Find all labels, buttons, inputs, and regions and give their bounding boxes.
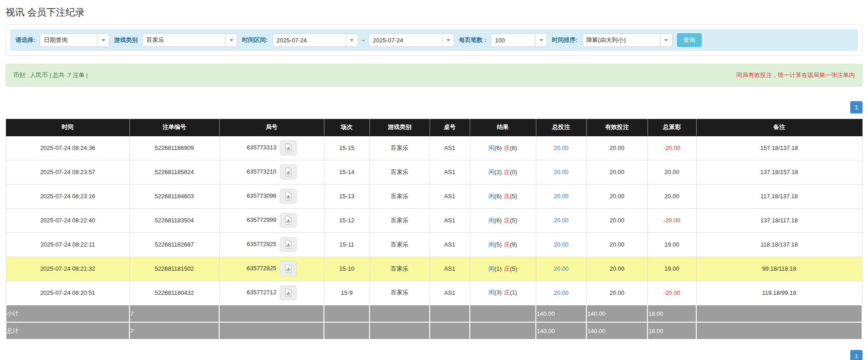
time-sort-value[interactable] [583, 34, 660, 46]
col-header-round-id: 局号 [219, 119, 324, 136]
cell-time: 2025-07-24 08:23:57 [6, 160, 129, 184]
cell-remark: 157.18/137.18 [696, 136, 862, 160]
grand-total-count: 7 [129, 322, 219, 339]
video-replay-button[interactable] [280, 237, 297, 252]
subtotal-payout: 18.00 [647, 305, 696, 322]
cell-session: 15-11 [324, 232, 370, 257]
cell-round-id: 635772712 [219, 281, 324, 305]
pagination-page-button[interactable]: 1 [850, 350, 863, 360]
date-from-value[interactable] [273, 34, 346, 46]
round-id-value: 635772925 [247, 241, 276, 247]
round-id-value: 635773096 [247, 192, 276, 199]
table-row[interactable]: 2025-07-24 08:22:40 522681183504 6357729… [6, 208, 862, 232]
table-row[interactable]: 2025-07-24 08:24:36 522681186909 6357733… [6, 136, 862, 160]
table-row[interactable]: 2025-07-24 08:20:51 522681180432 6357727… [6, 281, 862, 305]
cell-total-bet[interactable]: 20.00 [536, 257, 586, 281]
cell-game-type: 百家乐 [370, 281, 430, 305]
round-id-value: 635772712 [247, 289, 276, 296]
player-score: (2) [494, 169, 502, 175]
cell-result: 闲(2)庄(0) [470, 160, 536, 184]
bet-records-table: 时间 注单编号 局号 场次 游戏类别 桌号 结果 总投注 有效投注 总派彩 备注… [5, 119, 863, 340]
video-replay-button[interactable] [280, 140, 297, 155]
player-result-label: 闲 [488, 169, 494, 175]
date-to-picker[interactable] [369, 33, 454, 47]
chevron-down-icon[interactable] [660, 34, 672, 46]
player-result-label: 闲 [488, 144, 494, 151]
cell-total-bet[interactable]: 20.00 [536, 281, 586, 305]
cell-valid-bet: 20.00 [586, 232, 647, 257]
banker-score: (5) [510, 265, 517, 272]
chevron-down-icon[interactable] [225, 34, 237, 46]
game-type-label: 游戏类别 [114, 36, 138, 44]
cell-valid-bet: 20.00 [586, 184, 647, 208]
chevron-down-icon[interactable] [442, 34, 454, 46]
cell-result: 闲(6)庄(5) [470, 208, 536, 232]
filter-panel: 请选择: 游戏类别 时间区间: ~ 每页笔数 : [5, 25, 863, 56]
video-file-icon [283, 216, 293, 225]
select-type-label: 请选择: [15, 36, 35, 44]
grand-total-valid-bet: 140.00 [586, 322, 647, 339]
video-file-icon [283, 240, 293, 249]
video-replay-button[interactable] [280, 285, 297, 300]
player-result-label: 闲 [488, 193, 494, 200]
table-row[interactable]: 2025-07-24 08:23:16 522681184603 6357730… [6, 184, 862, 208]
player-result-label: 闲 [488, 265, 494, 272]
table-row[interactable]: 2025-07-24 08:22:11 522681182687 6357729… [6, 232, 862, 257]
cell-game-type: 百家乐 [370, 257, 430, 281]
col-header-total-bet: 总投注 [536, 119, 586, 136]
page-size-combobox[interactable] [491, 33, 547, 47]
round-id-value: 635772825 [247, 265, 276, 272]
cell-total-bet[interactable]: 20.00 [536, 136, 586, 160]
cell-total-payout: 20.00 [647, 160, 696, 184]
game-type-combobox[interactable] [142, 33, 237, 47]
select-type-combobox[interactable] [40, 33, 109, 47]
chevron-down-icon[interactable] [346, 34, 358, 46]
chevron-down-icon[interactable] [97, 34, 109, 46]
video-replay-button[interactable] [280, 165, 297, 180]
game-type-value[interactable] [143, 34, 225, 46]
date-to-value[interactable] [369, 34, 442, 46]
cell-time: 2025-07-24 08:24:36 [6, 136, 129, 160]
page-title: 视讯 会员下注纪录 [5, 6, 863, 19]
grand-total-row: 总计 7 140.00 140.00 18.00 [6, 322, 862, 339]
cell-time: 2025-07-24 08:20:51 [6, 281, 129, 305]
date-range-separator: ~ [362, 37, 365, 44]
round-id-value: 635772999 [247, 216, 276, 223]
player-score: (6) [494, 217, 502, 224]
cell-table-no: AS1 [430, 160, 470, 184]
cell-time: 2025-07-24 08:23:16 [6, 184, 129, 208]
video-replay-button[interactable] [280, 189, 297, 204]
col-header-time: 时间 [6, 119, 129, 136]
page-size-value[interactable] [491, 34, 535, 46]
player-result-label: 闲 [488, 241, 494, 248]
search-button[interactable]: 查询 [677, 33, 702, 47]
col-header-total-payout: 总派彩 [647, 119, 696, 136]
date-from-picker[interactable] [272, 33, 358, 47]
banker-result-label: 庄 [504, 289, 510, 296]
cell-round-id: 635773096 [219, 184, 324, 208]
cell-table-no: AS1 [430, 281, 470, 305]
time-sort-combobox[interactable] [582, 33, 673, 47]
chevron-down-icon[interactable] [535, 34, 547, 46]
page-size-label: 每页笔数 : [459, 36, 486, 44]
pagination-bottom: 1 [5, 350, 863, 360]
select-type-value[interactable] [40, 34, 97, 46]
subtotal-row: 小计 7 140.00 140.00 18.00 [6, 305, 862, 322]
video-replay-button[interactable] [280, 213, 297, 228]
cell-result: 闲(6)庄(5) [470, 184, 536, 208]
cell-valid-bet: 20.00 [586, 160, 647, 184]
cell-result: 闲(3)庄(1) [470, 281, 536, 305]
round-id-value: 635773313 [247, 144, 276, 151]
video-replay-button[interactable] [280, 261, 297, 276]
cell-game-type: 百家乐 [370, 184, 430, 208]
cell-total-bet[interactable]: 20.00 [536, 232, 586, 257]
cell-total-bet[interactable]: 20.00 [536, 160, 586, 184]
pagination-top: 1 [5, 101, 863, 113]
cell-total-bet[interactable]: 20.00 [536, 184, 586, 208]
cell-game-type: 百家乐 [370, 232, 430, 257]
pagination-page-button[interactable]: 1 [850, 101, 863, 113]
cell-session: 15-12 [324, 208, 370, 232]
cell-total-bet[interactable]: 20.00 [536, 208, 586, 232]
table-row[interactable]: 2025-07-24 08:23:57 522681185824 6357732… [6, 160, 862, 184]
table-row[interactable]: 2025-07-24 08:21:32 522681181502 6357728… [6, 257, 862, 281]
